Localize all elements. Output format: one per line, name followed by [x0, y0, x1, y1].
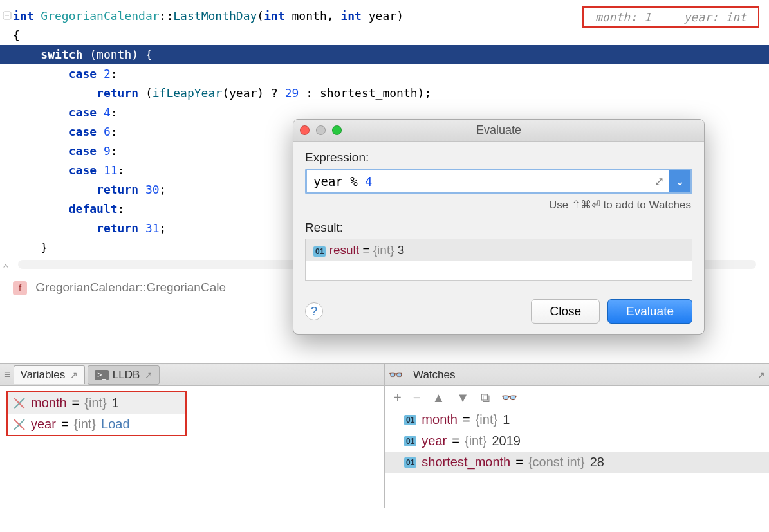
variable-icon	[13, 418, 26, 431]
remove-watch-button[interactable]: −	[413, 390, 421, 405]
right-tabs: 👓 Watches ↗	[385, 364, 769, 386]
watch-row[interactable]: 01 shortest_month = {const int} 28	[385, 452, 769, 473]
variable-row[interactable]: year = {int} Load	[8, 414, 185, 435]
gutter-collapse-icon[interactable]	[3, 9, 12, 18]
variables-list: month = {int} 1 year = {int} Load	[6, 391, 187, 436]
left-tabs: ≡ Variables↗ >_ LLDB↗	[0, 364, 384, 386]
tab-lldb[interactable]: >_ LLDB↗	[88, 365, 160, 385]
function-badge-icon: f	[13, 281, 27, 295]
variables-panel: ≡ Variables↗ >_ LLDB↗ month = {int} 1 ye…	[0, 364, 385, 508]
result-row[interactable]: 01 result = {int} 3	[306, 239, 692, 261]
evaluate-dialog: Evaluate Expression: year % 4 ⤢ ⌄ Use ⇧⌘…	[293, 119, 705, 335]
int-badge-icon: 01	[313, 246, 326, 257]
breadcrumb-text: GregorianCalendar::GregorianCale	[35, 280, 226, 294]
console-icon: >_	[95, 370, 109, 380]
dialog-title: Evaluate	[293, 124, 704, 137]
watches-panel: 👓 Watches ↗ + − ▲ ▼ ⧉ 👓 01 month = {int}…	[385, 364, 769, 508]
tab-variables[interactable]: Variables↗	[14, 365, 86, 384]
code-line[interactable]: return (ifLeapYear(year) ? 29 : shortest…	[0, 84, 769, 103]
int-badge-icon: 01	[404, 436, 416, 446]
expand-icon[interactable]: ↗	[70, 370, 78, 380]
debug-panel: ≡ Variables↗ >_ LLDB↗ month = {int} 1 ye…	[0, 363, 769, 508]
shortcut-hint: Use ⇧⌘⏎ to add to Watches	[305, 198, 691, 212]
hint-year: year: int	[683, 10, 746, 24]
watches-toolbar: + − ▲ ▼ ⧉ 👓	[385, 386, 769, 409]
copy-icon[interactable]: ⧉	[481, 390, 490, 405]
add-watch-button[interactable]: +	[394, 390, 402, 405]
result-box: 01 result = {int} 3	[305, 239, 692, 281]
expand-input-icon[interactable]: ⤢	[649, 170, 669, 192]
result-label: Result:	[305, 221, 692, 235]
load-link[interactable]: Load	[101, 417, 130, 432]
expression-label: Expression:	[305, 151, 692, 165]
expression-input[interactable]: year % 4	[307, 170, 649, 192]
dialog-titlebar[interactable]: Evaluate	[293, 120, 704, 142]
int-badge-icon: 01	[404, 457, 416, 468]
variable-icon	[13, 397, 26, 410]
move-up-button[interactable]: ▲	[432, 390, 445, 405]
help-button[interactable]: ?	[305, 302, 323, 320]
tab-watches[interactable]: Watches	[407, 366, 462, 384]
code-line[interactable]: case 2:	[0, 64, 769, 84]
tab-drag-icon[interactable]: ≡	[4, 368, 11, 381]
variable-row[interactable]: month = {int} 1	[8, 392, 185, 414]
watch-row[interactable]: 01 year = {int} 2019	[385, 430, 769, 452]
fold-handle-icon[interactable]: ⌃	[3, 262, 9, 274]
evaluate-button[interactable]: Evaluate	[607, 299, 692, 324]
expression-input-row: year % 4 ⤢ ⌄	[305, 169, 692, 194]
glasses-icon: 👓	[389, 368, 403, 382]
close-button[interactable]: Close	[531, 299, 600, 324]
history-dropdown-button[interactable]: ⌄	[669, 170, 690, 192]
move-down-button[interactable]: ▼	[456, 390, 469, 405]
glasses-icon[interactable]: 👓	[501, 390, 517, 405]
expand-icon[interactable]: ↗	[145, 370, 153, 380]
inline-param-hints: month: 1 year: int	[582, 6, 759, 28]
int-badge-icon: 01	[404, 415, 416, 425]
execution-line[interactable]: switch (month) {	[0, 45, 769, 64]
code-line[interactable]: {	[0, 26, 769, 45]
watch-row[interactable]: 01 month = {int} 1	[385, 409, 769, 430]
hint-month: month: 1	[595, 10, 651, 24]
dock-icon[interactable]: ↗	[757, 370, 765, 380]
